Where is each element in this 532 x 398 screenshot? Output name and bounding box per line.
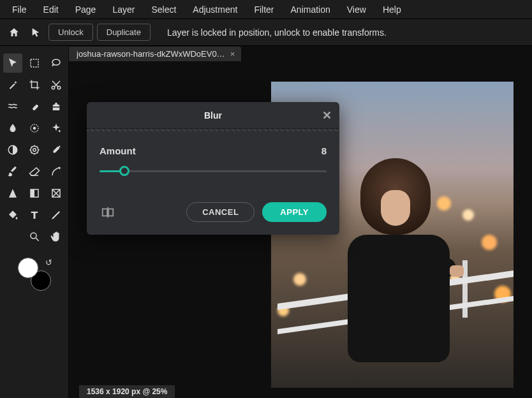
document-tab[interactable]: joshua-rawson-harris-dkZWxWDoEV0… × bbox=[69, 47, 241, 61]
svg-rect-13 bbox=[103, 209, 107, 216]
tool-sharpen[interactable] bbox=[3, 184, 22, 203]
menu-filter[interactable]: Filter bbox=[246, 1, 282, 18]
duplicate-button[interactable]: Duplicate bbox=[97, 24, 151, 41]
menu-select[interactable]: Select bbox=[143, 1, 184, 18]
tool-hand[interactable] bbox=[47, 227, 66, 246]
tool-lasso-select[interactable] bbox=[47, 54, 66, 73]
svg-point-7 bbox=[33, 149, 36, 152]
foreground-color-swatch[interactable] bbox=[18, 258, 38, 278]
apply-button[interactable]: APPLY bbox=[262, 202, 327, 222]
tab-strip: joshua-rawson-harris-dkZWxWDoEV0… × bbox=[69, 46, 532, 61]
close-icon[interactable]: ✕ bbox=[322, 108, 332, 122]
tool-pen-curve[interactable] bbox=[47, 162, 66, 181]
tool-text[interactable] bbox=[25, 205, 44, 225]
tool-panel: ↺ bbox=[0, 46, 69, 398]
dialog-title: Blur bbox=[204, 110, 222, 121]
tool-arrow-select[interactable] bbox=[3, 54, 22, 73]
menu-edit[interactable]: Edit bbox=[35, 1, 67, 18]
tool-eraser[interactable] bbox=[25, 162, 44, 181]
tool-frame[interactable] bbox=[47, 184, 66, 203]
amount-value: 8 bbox=[321, 145, 327, 156]
zoom-status: 1536 x 1920 px @ 25% bbox=[79, 385, 175, 398]
menubar: File Edit Page Layer Select Adjustment F… bbox=[0, 0, 532, 19]
slider-thumb[interactable] bbox=[119, 166, 129, 176]
tool-fill-bucket[interactable] bbox=[3, 205, 22, 225]
svg-rect-0 bbox=[31, 59, 38, 67]
tool-brush[interactable] bbox=[3, 162, 22, 181]
tool-pixelate[interactable] bbox=[25, 119, 44, 138]
tool-zoom[interactable] bbox=[25, 227, 44, 246]
tool-marquee-select[interactable] bbox=[25, 54, 44, 73]
tool-blur-drop[interactable] bbox=[3, 119, 22, 138]
tool-clone-stamp[interactable] bbox=[47, 97, 66, 116]
svg-rect-3 bbox=[32, 104, 39, 111]
tool-contrast[interactable] bbox=[3, 140, 22, 159]
tool-cut[interactable] bbox=[47, 75, 66, 94]
blur-dialog: Blur ✕ Amount 8 CANCEL APPLY bbox=[87, 102, 339, 235]
tool-heal[interactable] bbox=[25, 97, 44, 116]
unlock-button[interactable]: Unlock bbox=[48, 24, 93, 41]
dialog-footer: CANCEL APPLY bbox=[87, 202, 339, 235]
topbar: Unlock Duplicate Layer is locked in posi… bbox=[0, 19, 532, 46]
amount-slider[interactable] bbox=[100, 165, 327, 177]
tool-grid bbox=[3, 54, 66, 246]
menu-layer[interactable]: Layer bbox=[104, 1, 143, 18]
color-swatches[interactable]: ↺ bbox=[18, 258, 51, 291]
tool-gradient[interactable] bbox=[25, 184, 44, 203]
menu-page[interactable]: Page bbox=[67, 1, 105, 18]
svg-point-12 bbox=[31, 233, 36, 239]
tool-magic-wand[interactable] bbox=[3, 75, 22, 94]
close-tab-icon[interactable]: × bbox=[230, 49, 235, 59]
document-tab-name: joshua-rawson-harris-dkZWxWDoEV0… bbox=[77, 49, 225, 59]
menu-file[interactable]: File bbox=[4, 1, 35, 18]
compare-icon[interactable] bbox=[100, 204, 116, 221]
home-icon[interactable] bbox=[5, 24, 23, 41]
amount-label: Amount bbox=[100, 145, 136, 156]
svg-rect-14 bbox=[108, 209, 113, 216]
pointer-icon[interactable] bbox=[27, 24, 45, 41]
menu-help[interactable]: Help bbox=[374, 1, 410, 18]
tool-sparkle[interactable] bbox=[47, 119, 66, 138]
cancel-button[interactable]: CANCEL bbox=[186, 202, 255, 222]
menu-view[interactable]: View bbox=[339, 1, 374, 18]
dialog-header[interactable]: Blur ✕ bbox=[87, 102, 339, 129]
menu-animation[interactable]: Animation bbox=[283, 1, 339, 18]
menu-adjustment[interactable]: Adjustment bbox=[184, 1, 246, 18]
lock-status-text: Layer is locked in position, unlock to e… bbox=[167, 27, 387, 38]
dialog-body: Amount 8 bbox=[87, 131, 339, 202]
tool-crop[interactable] bbox=[25, 75, 44, 94]
svg-rect-10 bbox=[31, 189, 34, 197]
tool-pen[interactable] bbox=[47, 205, 66, 225]
svg-point-5 bbox=[33, 128, 35, 129]
tool-eyedropper[interactable] bbox=[47, 140, 66, 159]
tool-adjust-gear[interactable] bbox=[25, 140, 44, 159]
swap-colors-icon[interactable]: ↺ bbox=[45, 258, 52, 267]
tool-liquify[interactable] bbox=[3, 97, 22, 116]
